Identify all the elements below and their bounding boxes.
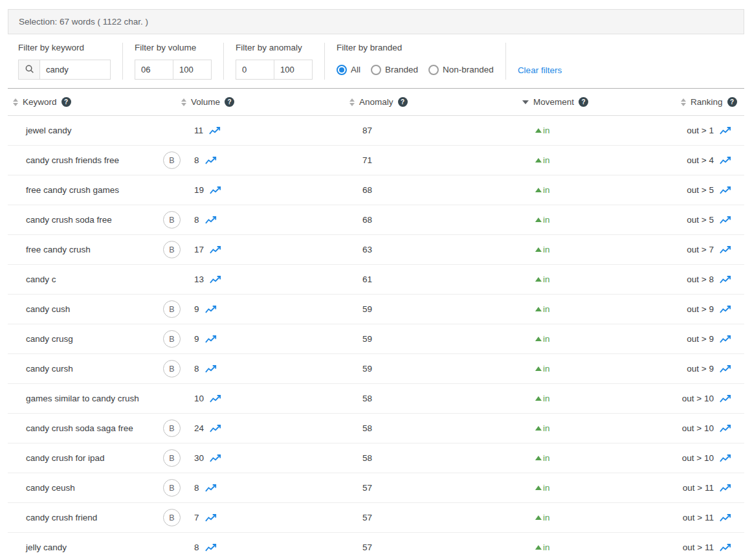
movement-indicator: in — [535, 274, 550, 284]
sort-icon[interactable] — [181, 98, 186, 106]
volume-max-input[interactable] — [173, 60, 212, 80]
movement-indicator: in — [535, 155, 550, 165]
volume-chart-icon[interactable] — [205, 513, 217, 522]
volume-min-input[interactable] — [135, 60, 173, 80]
keyword-filter-input[interactable] — [39, 60, 111, 80]
anomaly-min-input[interactable] — [236, 60, 274, 80]
ranking-chart-icon[interactable] — [720, 245, 731, 254]
movement-value: in — [543, 274, 550, 284]
movement-indicator: in — [535, 543, 550, 552]
movement-up-icon — [535, 337, 542, 341]
help-icon[interactable]: ? — [398, 97, 408, 107]
column-header-volume[interactable]: Volume ? — [194, 97, 362, 107]
volume-chart-icon[interactable] — [205, 304, 217, 314]
volume-chart-icon[interactable] — [209, 126, 221, 135]
sort-icon[interactable] — [349, 98, 355, 106]
movement-value: in — [543, 185, 550, 195]
badge-cell: B — [163, 151, 194, 169]
ranking-chart-icon[interactable] — [720, 513, 731, 522]
help-icon[interactable]: ? — [225, 97, 234, 107]
keyword-text: candy crush soda saga free — [26, 423, 133, 433]
ranking-chart-icon[interactable] — [720, 155, 731, 165]
branded-radio-all[interactable]: All — [337, 65, 360, 75]
anomaly-cell: 87 — [362, 126, 535, 135]
ranking-chart-icon[interactable] — [720, 304, 731, 314]
branded-badge: B — [163, 330, 181, 348]
anomaly-value: 59 — [362, 364, 372, 374]
volume-chart-icon[interactable] — [205, 334, 217, 344]
sort-icon[interactable] — [13, 98, 18, 106]
keyword-text: candy crush for ipad — [26, 453, 105, 463]
ranking-chart-icon[interactable] — [720, 364, 731, 374]
column-label: Volume — [191, 97, 220, 107]
ranking-chart-icon[interactable] — [720, 215, 731, 225]
volume-chart-icon[interactable] — [210, 423, 221, 433]
ranking-chart-icon[interactable] — [720, 483, 731, 493]
movement-value: in — [543, 364, 550, 374]
volume-chart-icon[interactable] — [205, 543, 217, 552]
ranking-chart-icon[interactable] — [720, 423, 731, 433]
volume-value: 17 — [194, 245, 204, 254]
volume-chart-icon[interactable] — [210, 453, 221, 463]
ranking-chart-icon[interactable] — [720, 274, 731, 284]
volume-cell: 8 — [194, 483, 362, 493]
radio-label: Non-branded — [443, 65, 494, 74]
branded-radio-non-branded[interactable]: Non-branded — [428, 65, 494, 75]
help-icon[interactable]: ? — [727, 97, 737, 107]
column-header-keyword[interactable]: Keyword ? — [26, 97, 194, 107]
movement-cell: in — [535, 304, 681, 314]
branded-radio-row: All Branded Non-branded — [337, 60, 494, 80]
sort-desc-icon[interactable] — [522, 100, 529, 104]
ranking-chart-icon[interactable] — [720, 334, 731, 344]
ranking-chart-icon[interactable] — [720, 394, 731, 403]
anomaly-value: 71 — [362, 155, 372, 165]
movement-up-icon — [535, 426, 542, 431]
branded-badge: B — [163, 479, 181, 497]
volume-chart-icon[interactable] — [210, 245, 221, 254]
movement-value: in — [543, 543, 550, 552]
branded-radio-branded[interactable]: Branded — [371, 65, 418, 75]
movement-cell: in — [535, 423, 681, 433]
table-row: candy ceush B 8 57 in out > 11 — [8, 473, 744, 503]
ranking-chart-icon[interactable] — [720, 185, 731, 195]
volume-chart-icon[interactable] — [205, 155, 217, 165]
keyword-text: free candy crush games — [26, 185, 119, 195]
ranking-cell: out > 9 — [681, 304, 731, 314]
volume-chart-icon[interactable] — [205, 483, 217, 493]
movement-value: in — [543, 423, 550, 433]
keyword-text: candy crush friends free — [26, 155, 119, 165]
volume-value: 13 — [194, 274, 204, 284]
ranking-chart-icon[interactable] — [720, 543, 731, 552]
ranking-chart-icon[interactable] — [720, 126, 731, 135]
keyword-text: candy ceush — [26, 483, 75, 493]
sort-icon[interactable] — [681, 98, 686, 106]
anomaly-value: 87 — [362, 126, 372, 135]
keyword-cell: candy crush soda free — [26, 215, 163, 225]
anomaly-cell: 57 — [362, 513, 535, 522]
selection-text: Selection: 67 words ( 1122 char. ) — [19, 17, 148, 27]
volume-chart-icon[interactable] — [205, 364, 217, 374]
ranking-cell: out > 4 — [681, 155, 731, 165]
volume-value: 10 — [194, 394, 204, 403]
anomaly-range-row — [236, 60, 313, 80]
anomaly-value: 63 — [362, 245, 372, 254]
volume-chart-icon[interactable] — [210, 394, 221, 403]
column-header-anomaly[interactable]: Anomaly ? — [362, 97, 535, 107]
anomaly-value: 59 — [362, 304, 372, 314]
volume-chart-icon[interactable] — [210, 185, 221, 195]
column-header-ranking[interactable]: Ranking ? — [681, 97, 737, 107]
help-icon[interactable]: ? — [579, 97, 588, 107]
clear-filters-link[interactable]: Clear filters — [518, 65, 562, 75]
ranking-chart-icon[interactable] — [720, 453, 731, 463]
help-icon[interactable]: ? — [61, 97, 71, 107]
volume-chart-icon[interactable] — [210, 274, 221, 284]
search-button[interactable] — [18, 60, 40, 80]
anomaly-cell: 59 — [362, 334, 535, 344]
volume-chart-icon[interactable] — [205, 215, 217, 225]
column-header-movement[interactable]: Movement ? — [535, 97, 681, 107]
anomaly-max-input[interactable] — [274, 60, 313, 80]
volume-cell: 8 — [194, 364, 362, 374]
volume-cell: 30 — [194, 453, 362, 463]
filter-group-anomaly: Filter by anomaly — [236, 43, 324, 80]
selection-bar: Selection: 67 words ( 1122 char. ) — [8, 9, 744, 34]
